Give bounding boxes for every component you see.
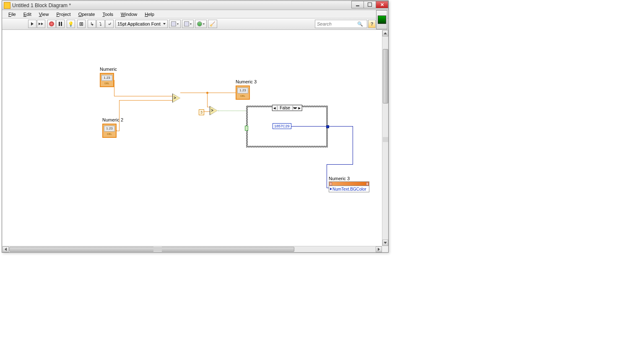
numeric2-control[interactable]: 1.23 DBL [102,124,117,138]
numeric-type: DBL [101,82,113,85]
wire [114,80,114,96]
step-out-button[interactable] [105,20,114,28]
font-selector-label: 15pt Application Font [117,21,161,26]
caret-down-icon [203,23,205,25]
wire [114,96,173,96]
step-into-button[interactable] [88,20,96,28]
numeric-control[interactable]: 1.23 DBL [100,73,114,87]
scroll-right-button[interactable] [376,246,382,252]
numeric-constant[interactable]: 3 [199,109,204,115]
v-scroll-mark [383,137,388,142]
block-diagram-canvas[interactable]: Numeric 1.23 DBL Numeric 2 1.23 DBL Nume… [3,30,382,246]
run-button[interactable] [28,20,36,28]
wire [119,100,119,131]
numeric3-type: DBL [236,95,249,97]
wire-property [327,164,353,165]
scroll-up-button[interactable] [382,30,388,36]
menu-tools[interactable]: Tools [99,11,117,18]
app-window: Untitled 1 Block Diagram * File Edit Vie… [2,0,389,253]
property-write-arrow-icon [330,188,332,190]
property-node-label: Numeric 3 [329,176,350,181]
menu-project[interactable]: Project [52,11,74,18]
h-scroll-mark [153,247,162,252]
wire-property [327,164,327,188]
vertical-scrollbar[interactable] [382,30,388,246]
align-objects-button[interactable] [169,20,181,28]
minimize-button[interactable] [351,1,364,8]
numeric2-label: Numeric 2 [102,117,123,122]
wire-property [328,126,353,127]
menubar: File Edit View Project Operate Tools Win… [2,10,388,18]
wire-property [291,126,327,127]
caret-down-icon [177,23,179,25]
greater-than-icon: > [211,108,213,113]
menu-help[interactable]: Help [141,11,158,18]
wire [207,93,208,107]
numeric3-indicator[interactable]: 1.23 DBL [236,85,250,100]
wire [203,111,210,112]
window-controls [352,1,388,9]
cleanup-diagram-button[interactable] [208,20,217,28]
retain-wire-values-button[interactable] [77,20,86,28]
numeric2-value: 1.23 [104,126,115,132]
scroll-down-button[interactable] [382,240,388,246]
caret-down-icon [163,23,166,25]
font-selector[interactable]: 15pt Application Font [115,20,168,28]
toolbar: 15pt Application Font ? [2,18,388,30]
pause-button[interactable] [56,20,65,28]
menu-edit[interactable]: Edit [20,11,35,18]
selector-terminal[interactable] [245,126,248,131]
color-constant[interactable]: 1857C29 [273,123,291,129]
step-over-button[interactable] [96,20,105,28]
context-help-button[interactable]: ? [368,20,376,28]
h-scroll-thumb[interactable] [9,247,294,252]
case-selector[interactable]: ◄ False ► [272,105,302,111]
case-dropdown-button[interactable] [293,107,297,109]
search-icon [357,21,363,27]
scroll-left-button[interactable] [3,246,9,252]
numeric-label: Numeric [100,67,117,72]
highlight-execution-button[interactable] [67,20,75,28]
property-node[interactable]: NumText.BGColor [329,181,369,192]
wire [119,100,173,101]
greater-than-icon: > [174,96,176,100]
case-next-button[interactable]: ► [297,106,302,110]
property-row[interactable]: NumText.BGColor [329,186,369,192]
wire [180,93,208,93]
close-button[interactable] [376,1,388,8]
wire-junction [206,92,208,94]
maximize-button[interactable] [364,1,376,8]
reorder-icon [197,21,202,26]
distribute-objects-button[interactable] [182,20,194,28]
v-scroll-thumb[interactable] [383,49,388,103]
align-icon [171,21,176,26]
wire-boolean [218,111,247,111]
numeric3-label: Numeric 3 [236,79,257,84]
horizontal-scrollbar[interactable] [3,246,382,252]
case-value[interactable]: False [277,106,293,110]
titlebar[interactable]: Untitled 1 Block Diagram * [2,1,388,10]
vi-icon[interactable] [376,10,387,29]
menu-file[interactable]: File [5,11,20,18]
menu-window[interactable]: Window [117,11,141,18]
app-icon [4,2,10,9]
run-continuously-button[interactable] [37,20,45,28]
numeric-value: 1.23 [101,75,112,81]
wire-property [353,126,353,164]
wire [117,131,119,131]
vi-icon-image [378,16,386,24]
window-title: Untitled 1 Block Diagram * [12,3,71,8]
caret-down-icon [190,23,192,25]
numeric2-type: DBL [103,133,116,135]
reorder-button[interactable] [195,20,207,28]
case-prev-button[interactable]: ◄ [272,106,277,110]
property-name: NumText.BGColor [332,187,366,191]
property-node-header [329,182,369,186]
menu-view[interactable]: View [35,11,53,18]
menu-operate[interactable]: Operate [75,11,99,18]
numeric3-value: 1.23 [237,88,248,93]
abort-button[interactable] [47,20,56,28]
search-input[interactable] [315,21,357,26]
case-structure[interactable]: ◄ False ► 1857C29 [246,106,328,147]
search-box[interactable] [315,20,367,28]
